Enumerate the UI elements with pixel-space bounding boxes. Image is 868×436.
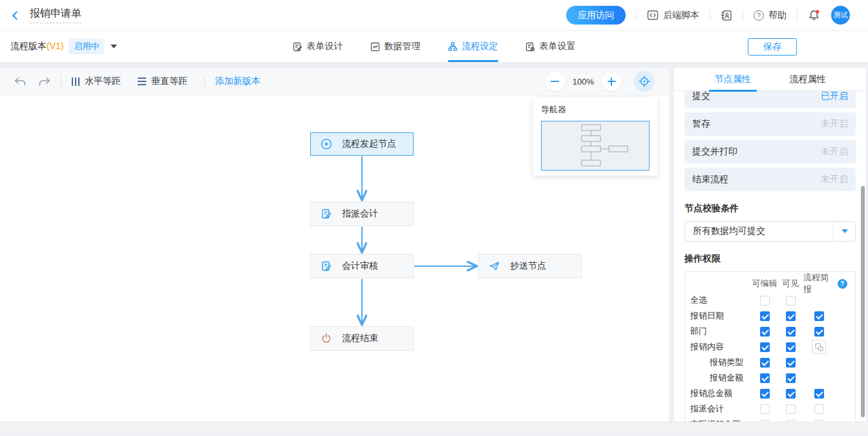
permission-row-label: 全选 xyxy=(690,295,752,306)
tab-node-properties[interactable]: 节点属性 xyxy=(711,68,755,90)
flow-canvas[interactable]: 流程发起节点 指派会计 会计审核 抄送节点 流程结束 导航器 xyxy=(0,96,669,422)
action-row-save-draft[interactable]: 暂存 未开启 xyxy=(684,112,856,136)
navigator-title: 导航器 xyxy=(541,104,650,116)
action-label: 结束流程 xyxy=(692,174,728,185)
flow-node-start[interactable]: 流程发起节点 xyxy=(310,132,414,156)
version-label: 流程版本(V1) xyxy=(10,41,63,52)
save-button[interactable]: 保存 xyxy=(748,38,797,56)
properties-panel: 节点属性 流程属性 提交 已开启 暂存 未开启 提交并打印 未开启 结束流程 未… xyxy=(674,68,866,422)
flow-node-end[interactable]: 流程结束 xyxy=(310,326,414,351)
help-button[interactable]: ? 帮助 xyxy=(754,10,787,21)
question-circle-icon: ? xyxy=(754,10,764,21)
tab-data-management[interactable]: 数据管理 xyxy=(370,31,421,62)
checkbox-unchecked[interactable] xyxy=(814,404,824,414)
page-title[interactable]: 报销申请单 xyxy=(30,7,81,23)
zoom-controls: 100% xyxy=(545,71,655,92)
permission-cell xyxy=(803,311,834,321)
app-access-button[interactable]: 应用访问 xyxy=(566,6,626,25)
select-caret[interactable] xyxy=(833,222,855,241)
code-icon xyxy=(647,10,659,21)
validation-select[interactable]: 所有数据均可提交 xyxy=(684,221,856,242)
checkbox-checked[interactable] xyxy=(760,389,770,399)
add-new-version-link[interactable]: 添加新版本 xyxy=(215,76,260,87)
contacts-button[interactable] xyxy=(721,10,732,21)
checkbox-checked[interactable] xyxy=(786,373,796,383)
avatar[interactable]: 测试 xyxy=(831,6,850,25)
tab-label: 流程设定 xyxy=(462,41,498,52)
checkbox-checked[interactable] xyxy=(786,389,796,399)
action-row-submit-print[interactable]: 提交并打印 未开启 xyxy=(684,140,856,163)
flowchart-icon xyxy=(448,42,458,52)
checkbox-unchecked[interactable] xyxy=(814,420,824,422)
navigator-minimap[interactable] xyxy=(541,121,650,171)
back-button[interactable] xyxy=(10,10,21,21)
horizontal-spacing-button[interactable]: 水平等距 xyxy=(72,76,121,87)
panel-scrollbar[interactable] xyxy=(861,186,865,417)
permission-cell xyxy=(752,389,778,399)
summary-config-button[interactable] xyxy=(812,340,826,354)
permission-cell xyxy=(778,311,803,321)
checkbox-checked[interactable] xyxy=(786,327,796,337)
tab-form-design[interactable]: 表单设计 xyxy=(293,31,343,62)
checkbox-unchecked[interactable] xyxy=(760,296,770,306)
permission-row: 报销类型 xyxy=(690,355,850,370)
node-label: 流程发起节点 xyxy=(342,138,396,150)
checkbox-checked[interactable] xyxy=(814,311,824,321)
redo-button[interactable] xyxy=(38,77,50,87)
validation-selected-option: 所有数据均可提交 xyxy=(685,225,833,237)
tab-label: 表单设置 xyxy=(540,41,576,52)
permission-row: 指派会计 xyxy=(690,401,850,417)
checkbox-checked[interactable] xyxy=(760,373,770,383)
permission-cell xyxy=(803,404,834,414)
action-row-end-process[interactable]: 结束流程 未开启 xyxy=(684,168,856,191)
flow-node-assign-accountant[interactable]: 指派会计 xyxy=(310,202,414,226)
bottom-strip xyxy=(0,422,868,431)
checkbox-checked[interactable] xyxy=(786,358,796,368)
permission-cell xyxy=(752,358,778,368)
permission-row-label: 报销类型 xyxy=(690,357,752,368)
notifications-button[interactable] xyxy=(808,9,821,21)
backend-script-label: 后端脚本 xyxy=(663,10,699,21)
navigator-panel: 导航器 xyxy=(533,97,657,176)
action-status: 未开启 xyxy=(821,118,848,130)
checkbox-unchecked[interactable] xyxy=(760,420,770,422)
permission-cell xyxy=(752,311,778,321)
checkbox-checked[interactable] xyxy=(760,311,770,321)
main-area: 水平等距 垂直等距 添加新版本 100% xyxy=(0,63,868,422)
zoom-out-button[interactable] xyxy=(545,72,565,91)
undo-button[interactable] xyxy=(14,77,26,87)
checkbox-checked[interactable] xyxy=(814,389,824,399)
tab-label: 数据管理 xyxy=(385,41,421,52)
column-visible: 可见 xyxy=(778,278,803,289)
action-status: 未开启 xyxy=(821,174,848,185)
vertical-spacing-icon xyxy=(138,78,146,85)
vertical-spacing-label: 垂直等距 xyxy=(151,76,187,87)
plus-icon xyxy=(608,78,616,86)
checkbox-checked[interactable] xyxy=(814,327,824,337)
checkbox-unchecked[interactable] xyxy=(786,420,796,422)
flow-node-accountant-review[interactable]: 会计审核 xyxy=(310,254,414,278)
checkbox-checked[interactable] xyxy=(760,342,770,352)
checkbox-unchecked[interactable] xyxy=(786,404,796,414)
locate-button[interactable] xyxy=(634,71,655,92)
zoom-in-button[interactable] xyxy=(602,72,621,91)
form-pencil-icon xyxy=(321,208,332,220)
process-version-selector[interactable]: 流程版本(V1) 启用中 xyxy=(10,39,117,54)
checkbox-checked[interactable] xyxy=(760,358,770,368)
checkbox-checked[interactable] xyxy=(760,327,770,337)
checkbox-unchecked[interactable] xyxy=(760,404,770,414)
tab-form-settings[interactable]: 表单设置 xyxy=(525,31,576,62)
permission-cell xyxy=(778,389,803,399)
checkbox-checked[interactable] xyxy=(786,342,796,352)
chevron-down-icon[interactable] xyxy=(111,45,117,48)
checkbox-unchecked[interactable] xyxy=(786,296,796,306)
flow-node-cc[interactable]: 抄送节点 xyxy=(478,254,582,278)
vertical-spacing-button[interactable]: 垂直等距 xyxy=(138,76,187,87)
divider xyxy=(61,76,61,87)
help-circle-icon[interactable]: ? xyxy=(838,279,847,289)
action-row-submit[interactable]: 提交 已开启 xyxy=(684,91,856,108)
tab-process-properties[interactable]: 流程属性 xyxy=(786,68,830,90)
tab-process-settings[interactable]: 流程设定 xyxy=(448,31,498,62)
backend-script-button[interactable]: 后端脚本 xyxy=(647,10,699,21)
checkbox-checked[interactable] xyxy=(786,311,796,321)
